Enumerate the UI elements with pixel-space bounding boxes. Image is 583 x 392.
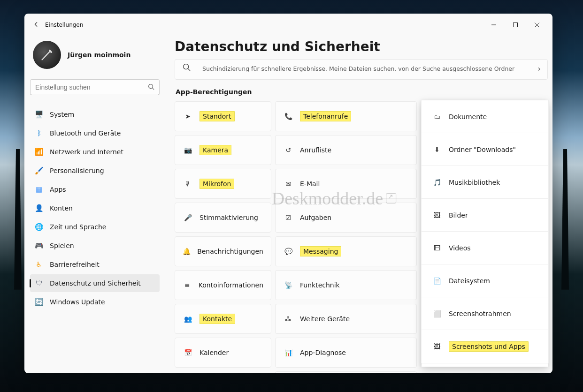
nav-icon: ▦: [35, 185, 43, 194]
tile-telefonanrufe[interactable]: 📞Telefonanrufe: [275, 101, 417, 131]
tile-standort[interactable]: ➤Standort: [175, 101, 271, 131]
search-icon: [148, 83, 154, 91]
tile-weitere-ger-te[interactable]: 🖧Weitere Geräte: [275, 304, 417, 334]
nav-item-personalisierung[interactable]: 🖌️Personalisierung: [30, 162, 160, 180]
tile-videos[interactable]: 🎞Videos: [422, 232, 548, 264]
nav-label: Zeit und Sprache: [50, 223, 106, 231]
nav-item-spielen[interactable]: 🎮Spielen: [30, 237, 160, 255]
nav-item-barrierefreiheit[interactable]: ♿Barrierefreiheit: [30, 256, 160, 273]
nav-icon: 🎮: [35, 241, 43, 250]
tile-icon: 📄: [432, 277, 442, 285]
user-name: Jürgen moinmoin: [68, 51, 130, 59]
tile-icon: ✉: [283, 180, 293, 188]
tile-bilder[interactable]: 🖼Bilder: [422, 199, 548, 232]
tile-label: Mikrofon: [199, 180, 234, 188]
tile-label: Messaging: [300, 248, 341, 255]
tile-label: Stimmaktivierung: [199, 214, 258, 221]
tile-label: Kontakte: [199, 315, 235, 323]
tile-kontakte[interactable]: 👥Kontakte: [175, 304, 271, 334]
settings-window: Einstellungen Jürgen moinmoin 🖥️SystemᛒB…: [24, 14, 552, 373]
tile-musikbibliothek[interactable]: 🎵Musikbibliothek: [422, 166, 548, 199]
tile-label: Funktechnik: [300, 281, 340, 289]
nav-label: Barrierefreiheit: [50, 261, 100, 268]
secondary-panel: 🗂Dokumente⬇Ordner "Downloads"🎵Musikbibli…: [422, 100, 548, 367]
tile-icon: 🎙: [183, 180, 193, 188]
tile-icon: 🖼: [432, 343, 442, 350]
tile-e-mail[interactable]: ✉E-Mail: [275, 169, 417, 199]
tile-label: Videos: [449, 244, 471, 252]
nav-item-netzwerk-und-internet[interactable]: 📶Netzwerk und Internet: [30, 143, 160, 161]
tile-label: Standort: [199, 113, 235, 120]
tile-dokumente[interactable]: 🗂Dokumente: [422, 100, 548, 133]
maximize-button[interactable]: [505, 17, 526, 32]
nav-icon: 🛡: [35, 279, 43, 287]
tile-kamera[interactable]: 📷Kamera: [175, 135, 271, 165]
nav-icon: ᛒ: [35, 129, 43, 137]
nav-item-apps[interactable]: ▦Apps: [30, 181, 160, 198]
tile-icon: 👥: [183, 315, 193, 323]
tile-icon: 📊: [283, 349, 293, 356]
tile-icon: ➤: [183, 113, 193, 120]
tile-icon: ≡: [183, 281, 192, 289]
tile-label: Bilder: [449, 211, 468, 219]
tile-screenshotrahmen[interactable]: ⬜Screenshotrahmen: [422, 297, 548, 330]
user-block[interactable]: Jürgen moinmoin: [30, 36, 160, 79]
nav-icon: 🔄: [35, 298, 43, 306]
close-button[interactable]: [526, 17, 548, 32]
tile-label: Benachrichtigungen: [197, 248, 263, 255]
tile-icon: 📷: [183, 146, 193, 154]
permission-tiles-grid: ➤Standort📞Telefonanrufe📷Kamera↺Anruflist…: [175, 101, 417, 373]
tile-app-diagnose[interactable]: 📊App-Diagnose: [275, 338, 417, 368]
tile-label: Musikbibliothek: [449, 179, 500, 186]
window-title: Einstellungen: [45, 22, 83, 28]
nav-label: Datenschutz und Sicherheit: [50, 279, 141, 287]
minimize-button[interactable]: [483, 17, 505, 32]
search-settings-icon: [182, 62, 196, 75]
nav-item-datenschutz-und-sicherheit[interactable]: 🛡Datenschutz und Sicherheit: [30, 274, 160, 292]
tile-kalender[interactable]: 📅Kalender: [175, 338, 271, 368]
tile-anrufliste[interactable]: ↺Anrufliste: [275, 135, 417, 165]
nav-icon: 👤: [35, 204, 43, 212]
svg-line-3: [153, 88, 154, 90]
tile-ordner-downloads-[interactable]: ⬇Ordner "Downloads": [422, 133, 548, 166]
search-field[interactable]: [30, 79, 160, 95]
tile-aufgaben[interactable]: ☑Aufgaben: [275, 203, 417, 233]
nav-item-zeit-und-sprache[interactable]: 🌐Zeit und Sprache: [30, 218, 160, 236]
tile-icon: 🖼: [432, 211, 442, 219]
tile-automatische-dateidownloads[interactable]: ☁Automatische Dateidownloads: [275, 371, 417, 373]
tile-icon: ☑: [283, 214, 293, 221]
search-settings-card[interactable]: Suchindizierung für schnellere Ergebniss…: [175, 59, 548, 80]
tile-icon: 🖧: [283, 315, 293, 323]
tile-kontoinformationen[interactable]: ≡Kontoinformationen: [175, 270, 271, 300]
tile-label: Kalender: [199, 349, 229, 356]
nav-item-windows-update[interactable]: 🔄Windows Update: [30, 293, 160, 311]
tile-icon: ⬇: [432, 146, 442, 153]
tile-benachrichtigungen[interactable]: 🔔Benachrichtigungen: [175, 236, 271, 266]
nav-label: Netzwerk und Internet: [50, 148, 123, 156]
tile-icon: 📞: [283, 113, 293, 120]
tile-icon: 🎵: [432, 179, 442, 186]
svg-rect-1: [514, 23, 518, 27]
nav-label: Konten: [50, 204, 73, 212]
nav-item-konten[interactable]: 👤Konten: [30, 199, 160, 217]
nav-item-system[interactable]: 🖥️System: [30, 106, 160, 123]
sidebar: Jürgen moinmoin 🖥️SystemᛒBluetooth und G…: [24, 36, 165, 373]
svg-line-5: [188, 69, 191, 71]
back-button[interactable]: [29, 21, 43, 29]
nav-icon: 🌐: [35, 223, 43, 231]
avatar: [33, 41, 61, 69]
tile-mikrofon[interactable]: 🎙Mikrofon: [175, 169, 271, 199]
tile-label: Dokumente: [449, 113, 487, 121]
tile-screenshots-und-apps[interactable]: 🖼Screenshots und Apps: [422, 330, 548, 363]
nav-label: Spielen: [50, 242, 74, 249]
tile-funktechnik[interactable]: 📡Funktechnik: [275, 270, 417, 300]
tile-label: Aufgaben: [300, 214, 331, 221]
chevron-right-icon: ›: [538, 64, 541, 73]
svg-point-4: [184, 64, 189, 69]
tile-icon: 🎞: [432, 244, 442, 252]
tile-dateisystem[interactable]: 📄Dateisystem: [422, 264, 548, 297]
tile-stimmaktivierung[interactable]: 🎤Stimmaktivierung: [175, 203, 271, 233]
search-input[interactable]: [35, 83, 148, 91]
tile-messaging[interactable]: 💬Messaging: [275, 236, 417, 266]
nav-item-bluetooth-und-ger-te[interactable]: ᛒBluetooth und Geräte: [30, 124, 160, 142]
